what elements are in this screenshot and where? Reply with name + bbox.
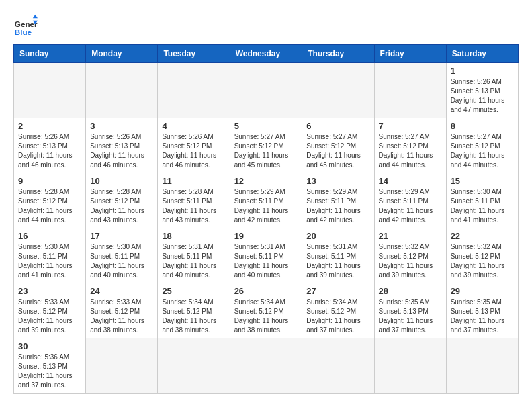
calendar-cell: 25Sunrise: 5:34 AM Sunset: 5:12 PM Dayli… xyxy=(158,283,230,338)
day-of-week-header: Saturday xyxy=(446,45,518,63)
calendar-cell: 8Sunrise: 5:27 AM Sunset: 5:12 PM Daylig… xyxy=(446,118,518,173)
calendar-cell: 30Sunrise: 5:36 AM Sunset: 5:13 PM Dayli… xyxy=(14,338,86,394)
calendar-cell xyxy=(14,63,86,118)
calendar-table: SundayMondayTuesdayWednesdayThursdayFrid… xyxy=(13,44,519,394)
day-info: Sunrise: 5:26 AM Sunset: 5:13 PM Dayligh… xyxy=(451,77,514,115)
day-number: 29 xyxy=(451,286,514,296)
day-number: 9 xyxy=(18,176,81,186)
calendar-cell: 11Sunrise: 5:28 AM Sunset: 5:11 PM Dayli… xyxy=(158,173,230,228)
day-number: 8 xyxy=(451,121,514,131)
day-info: Sunrise: 5:33 AM Sunset: 5:12 PM Dayligh… xyxy=(90,298,153,335)
calendar-cell: 21Sunrise: 5:32 AM Sunset: 5:12 PM Dayli… xyxy=(374,228,446,283)
day-info: Sunrise: 5:34 AM Sunset: 5:12 PM Dayligh… xyxy=(234,298,298,335)
calendar-cell: 20Sunrise: 5:31 AM Sunset: 5:11 PM Dayli… xyxy=(302,228,374,283)
calendar-cell: 5Sunrise: 5:27 AM Sunset: 5:12 PM Daylig… xyxy=(230,118,302,173)
calendar-cell: 22Sunrise: 5:32 AM Sunset: 5:12 PM Dayli… xyxy=(446,228,518,283)
calendar-cell xyxy=(230,338,302,394)
calendar-cell: 14Sunrise: 5:29 AM Sunset: 5:11 PM Dayli… xyxy=(374,173,446,228)
day-number: 1 xyxy=(451,66,514,76)
calendar-cell: 26Sunrise: 5:34 AM Sunset: 5:12 PM Dayli… xyxy=(230,283,302,338)
day-number: 25 xyxy=(162,286,225,296)
calendar-cell xyxy=(446,338,518,394)
day-info: Sunrise: 5:34 AM Sunset: 5:12 PM Dayligh… xyxy=(162,298,225,335)
calendar-cell: 24Sunrise: 5:33 AM Sunset: 5:12 PM Dayli… xyxy=(86,283,158,338)
day-number: 5 xyxy=(234,121,298,131)
day-info: Sunrise: 5:35 AM Sunset: 5:13 PM Dayligh… xyxy=(379,298,442,335)
calendar-cell xyxy=(158,338,230,394)
calendar-cell: 13Sunrise: 5:29 AM Sunset: 5:11 PM Dayli… xyxy=(302,173,374,228)
logo: General Blue xyxy=(13,13,42,38)
calendar-cell: 18Sunrise: 5:31 AM Sunset: 5:11 PM Dayli… xyxy=(158,228,230,283)
calendar-cell: 17Sunrise: 5:30 AM Sunset: 5:11 PM Dayli… xyxy=(86,228,158,283)
day-info: Sunrise: 5:28 AM Sunset: 5:11 PM Dayligh… xyxy=(162,187,225,225)
day-info: Sunrise: 5:36 AM Sunset: 5:13 PM Dayligh… xyxy=(18,353,81,390)
day-info: Sunrise: 5:29 AM Sunset: 5:11 PM Dayligh… xyxy=(379,187,442,225)
day-of-week-header: Friday xyxy=(374,45,446,63)
day-number: 17 xyxy=(90,231,153,241)
day-number: 16 xyxy=(18,231,81,241)
day-of-week-header: Monday xyxy=(86,45,158,63)
calendar-cell: 6Sunrise: 5:27 AM Sunset: 5:12 PM Daylig… xyxy=(302,118,374,173)
calendar-cell xyxy=(302,338,374,394)
day-number: 2 xyxy=(18,121,81,131)
day-info: Sunrise: 5:29 AM Sunset: 5:11 PM Dayligh… xyxy=(306,187,369,225)
calendar-cell: 7Sunrise: 5:27 AM Sunset: 5:12 PM Daylig… xyxy=(374,118,446,173)
calendar-cell: 16Sunrise: 5:30 AM Sunset: 5:11 PM Dayli… xyxy=(14,228,86,283)
calendar-cell xyxy=(374,338,446,394)
day-number: 3 xyxy=(90,121,153,131)
svg-text:Blue: Blue xyxy=(15,28,32,36)
day-info: Sunrise: 5:34 AM Sunset: 5:12 PM Dayligh… xyxy=(306,298,369,335)
day-number: 6 xyxy=(306,121,369,131)
day-number: 22 xyxy=(451,231,514,241)
calendar-cell: 12Sunrise: 5:29 AM Sunset: 5:11 PM Dayli… xyxy=(230,173,302,228)
day-info: Sunrise: 5:26 AM Sunset: 5:12 PM Dayligh… xyxy=(162,132,225,170)
day-number: 13 xyxy=(306,176,369,186)
day-number: 14 xyxy=(379,176,442,186)
calendar-cell: 4Sunrise: 5:26 AM Sunset: 5:12 PM Daylig… xyxy=(158,118,230,173)
day-number: 19 xyxy=(234,231,298,241)
calendar-cell xyxy=(86,63,158,118)
generalblue-logo-icon: General Blue xyxy=(13,13,38,38)
day-number: 21 xyxy=(379,231,442,241)
calendar-cell: 15Sunrise: 5:30 AM Sunset: 5:11 PM Dayli… xyxy=(446,173,518,228)
day-info: Sunrise: 5:32 AM Sunset: 5:12 PM Dayligh… xyxy=(451,242,514,280)
day-info: Sunrise: 5:27 AM Sunset: 5:12 PM Dayligh… xyxy=(379,132,442,170)
day-info: Sunrise: 5:30 AM Sunset: 5:11 PM Dayligh… xyxy=(90,242,153,280)
svg-marker-2 xyxy=(33,15,38,18)
day-number: 24 xyxy=(90,286,153,296)
day-number: 30 xyxy=(18,341,81,351)
calendar-cell: 9Sunrise: 5:28 AM Sunset: 5:12 PM Daylig… xyxy=(14,173,86,228)
day-info: Sunrise: 5:33 AM Sunset: 5:12 PM Dayligh… xyxy=(18,298,81,335)
calendar-cell xyxy=(230,63,302,118)
day-info: Sunrise: 5:27 AM Sunset: 5:12 PM Dayligh… xyxy=(306,132,369,170)
day-of-week-header: Wednesday xyxy=(230,45,302,63)
day-number: 26 xyxy=(234,286,298,296)
day-info: Sunrise: 5:28 AM Sunset: 5:12 PM Dayligh… xyxy=(18,187,81,225)
day-number: 7 xyxy=(379,121,442,131)
day-number: 11 xyxy=(162,176,225,186)
day-number: 28 xyxy=(379,286,442,296)
day-number: 18 xyxy=(162,231,225,241)
day-info: Sunrise: 5:26 AM Sunset: 5:13 PM Dayligh… xyxy=(18,132,81,170)
calendar-cell xyxy=(302,63,374,118)
day-of-week-header: Sunday xyxy=(14,45,86,63)
calendar-cell: 2Sunrise: 5:26 AM Sunset: 5:13 PM Daylig… xyxy=(14,118,86,173)
calendar-cell: 27Sunrise: 5:34 AM Sunset: 5:12 PM Dayli… xyxy=(302,283,374,338)
day-of-week-header: Tuesday xyxy=(158,45,230,63)
calendar-cell: 29Sunrise: 5:35 AM Sunset: 5:13 PM Dayli… xyxy=(446,283,518,338)
day-info: Sunrise: 5:31 AM Sunset: 5:11 PM Dayligh… xyxy=(162,242,225,280)
day-info: Sunrise: 5:35 AM Sunset: 5:13 PM Dayligh… xyxy=(451,298,514,335)
day-info: Sunrise: 5:32 AM Sunset: 5:12 PM Dayligh… xyxy=(379,242,442,280)
day-number: 12 xyxy=(234,176,298,186)
calendar-cell xyxy=(158,63,230,118)
day-info: Sunrise: 5:26 AM Sunset: 5:13 PM Dayligh… xyxy=(90,132,153,170)
day-of-week-header: Thursday xyxy=(302,45,374,63)
day-info: Sunrise: 5:29 AM Sunset: 5:11 PM Dayligh… xyxy=(234,187,298,225)
day-number: 23 xyxy=(18,286,81,296)
calendar-cell: 1Sunrise: 5:26 AM Sunset: 5:13 PM Daylig… xyxy=(446,63,518,118)
day-number: 10 xyxy=(90,176,153,186)
day-number: 4 xyxy=(162,121,225,131)
page-header: General Blue xyxy=(13,13,519,38)
calendar-cell: 10Sunrise: 5:28 AM Sunset: 5:12 PM Dayli… xyxy=(86,173,158,228)
calendar-cell: 19Sunrise: 5:31 AM Sunset: 5:11 PM Dayli… xyxy=(230,228,302,283)
